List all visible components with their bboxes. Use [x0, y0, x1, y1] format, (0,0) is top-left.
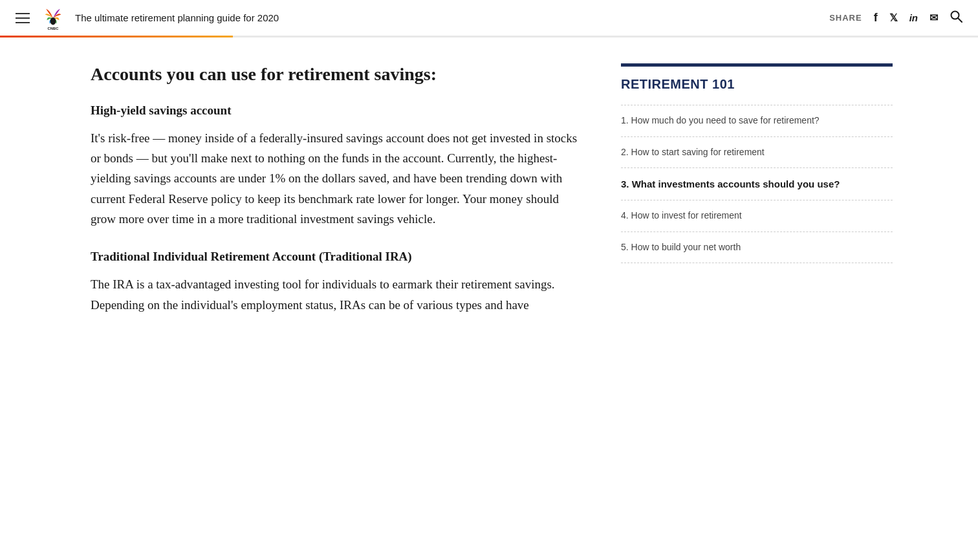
subsection-heading-2: Traditional Individual Retirement Accoun… — [91, 250, 582, 264]
sidebar-item-2[interactable]: 2. How to start saving for retirement — [621, 137, 893, 169]
svg-text:CNBC: CNBC — [48, 26, 60, 30]
sidebar-item-4[interactable]: 4. How to invest for retirement — [621, 200, 893, 232]
subsection-heading-1: High-yield savings account — [91, 103, 582, 118]
sidebar-item-1-text: 1. How much do you need to save for reti… — [621, 115, 820, 125]
sidebar-item-5[interactable]: 5. How to build your net worth — [621, 232, 893, 264]
header-actions: SHARE f 𝕏 in ✉ — [829, 10, 962, 26]
linkedin-icon[interactable]: in — [909, 12, 918, 23]
sidebar-item-3[interactable]: 3. What investments accounts should you … — [621, 168, 893, 200]
sidebar-items-list: 1. How much do you need to save for reti… — [621, 105, 893, 263]
subsection-paragraph-2: The IRA is a tax-advantaged investing to… — [91, 274, 582, 315]
search-icon[interactable] — [950, 10, 962, 26]
sidebar-item-1[interactable]: 1. How much do you need to save for reti… — [621, 105, 893, 137]
subsection-paragraph-1: It's risk-free — money inside of a feder… — [91, 128, 582, 230]
sidebar-item-4-text: 4. How to invest for retirement — [621, 210, 742, 221]
article-content: Accounts you can use for retirement savi… — [91, 63, 582, 336]
svg-point-0 — [50, 17, 56, 25]
facebook-icon[interactable]: f — [874, 11, 878, 25]
share-label: SHARE — [829, 13, 862, 23]
sidebar-item-3-text: 3. What investments accounts should you … — [621, 178, 840, 189]
svg-line-3 — [958, 18, 962, 22]
menu-button[interactable] — [16, 13, 30, 23]
page-header: CNBC The ultimate retirement planning gu… — [0, 0, 978, 38]
article-section-title: Accounts you can use for retirement savi… — [91, 63, 582, 85]
sidebar-accent-bar — [621, 63, 893, 67]
header-title: The ultimate retirement planning guide f… — [75, 12, 829, 23]
email-icon[interactable]: ✉ — [929, 12, 938, 24]
sidebar-item-5-text: 5. How to build your net worth — [621, 242, 741, 252]
sidebar-heading: RETIREMENT 101 — [621, 77, 893, 92]
twitter-icon[interactable]: 𝕏 — [889, 12, 898, 24]
sidebar: RETIREMENT 101 1. How much do you need t… — [621, 63, 893, 336]
main-layout: Accounts you can use for retirement savi… — [0, 38, 978, 361]
sidebar-item-2-text: 2. How to start saving for retirement — [621, 147, 765, 157]
peacock-icon: CNBC — [40, 5, 66, 31]
cnbc-logo[interactable]: CNBC — [40, 5, 66, 31]
